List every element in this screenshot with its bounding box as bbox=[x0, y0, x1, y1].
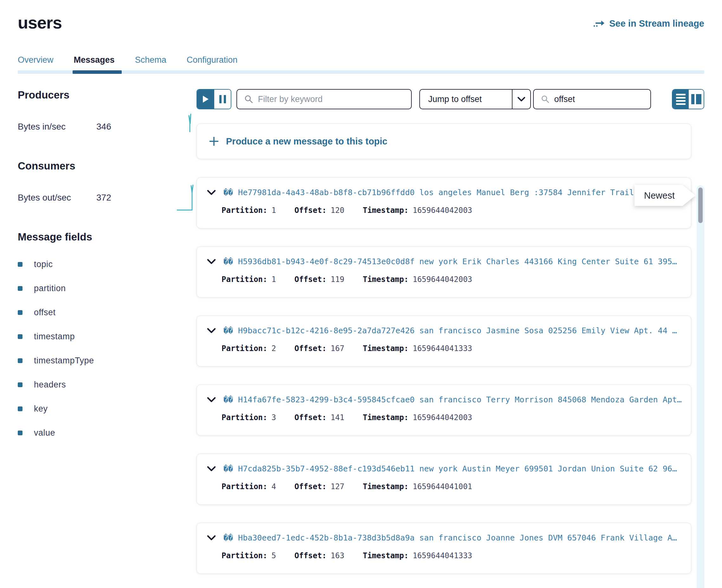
message-row[interactable]: �� H14fa67fe-5823-4299-b3c4-595845cfcae0… bbox=[197, 385, 691, 436]
message-meta: Partition:4 Offset:127 Timestamp:1659644… bbox=[222, 482, 681, 491]
newest-tooltip: Newest bbox=[635, 185, 695, 206]
field-item-topic[interactable]: topic bbox=[18, 259, 197, 269]
message-key-row: �� H9bacc71c-b12c-4216-8e95-2a7da727e426… bbox=[207, 326, 681, 335]
list-view-icon bbox=[676, 94, 685, 96]
split-view-button[interactable] bbox=[689, 90, 704, 109]
message-meta: Partition:3 Offset:141 Timestamp:1659644… bbox=[222, 413, 681, 422]
chevron-down-icon[interactable] bbox=[207, 259, 216, 265]
select-chevron-area[interactable] bbox=[512, 90, 530, 109]
partition-label: Partition: bbox=[222, 275, 268, 284]
chevron-down-icon[interactable] bbox=[207, 466, 216, 472]
timestamp-value: 1659644042003 bbox=[413, 413, 472, 422]
offset-label: Offset: bbox=[294, 413, 327, 422]
page-header: users See in Stream lineage bbox=[18, 0, 704, 32]
bytes-in-row: Bytes in/sec 346 bbox=[18, 113, 197, 140]
offset-label: Offset: bbox=[294, 206, 327, 215]
partition-label: Partition: bbox=[222, 482, 268, 491]
scrollbar-thumb[interactable] bbox=[698, 188, 703, 223]
field-bullet-icon bbox=[18, 406, 22, 411]
field-item-timestampType[interactable]: timestampType bbox=[18, 356, 197, 365]
topic-page: users See in Stream lineage Overview Mes… bbox=[0, 0, 722, 574]
list-view-button[interactable] bbox=[673, 90, 689, 109]
timestamp-value: 1659644042003 bbox=[413, 206, 472, 215]
field-item-key[interactable]: key bbox=[18, 404, 197, 414]
keyword-filter bbox=[236, 89, 412, 109]
field-item-partition[interactable]: partition bbox=[18, 284, 197, 293]
unknown-glyph: �� bbox=[224, 326, 233, 335]
bytes-in-sparkline-icon bbox=[184, 113, 195, 133]
field-item-value[interactable]: value bbox=[18, 428, 197, 438]
timestamp-value: 1659644041333 bbox=[413, 551, 472, 560]
message-key: Hba30eed7-1edc-452b-8b1a-738d3b5d8a9a sa… bbox=[238, 533, 677, 542]
chevron-down-icon[interactable] bbox=[207, 535, 216, 541]
message-row[interactable]: �� He77981da-4a43-48ab-b8f8-cb71b96ffdd0… bbox=[197, 177, 691, 228]
pause-button[interactable] bbox=[214, 90, 231, 109]
tab-bar: Overview Messages Schema Configuration bbox=[18, 55, 704, 74]
offset-search-input[interactable] bbox=[554, 94, 643, 104]
produce-message-button[interactable]: Produce a new message to this topic bbox=[197, 124, 691, 159]
message-row[interactable]: �� H7cda825b-35b7-4952-88ef-c193d546eb11… bbox=[197, 454, 691, 505]
timestamp-value: 1659644041001 bbox=[413, 482, 472, 491]
offset-label: Offset: bbox=[294, 275, 327, 284]
offset-label: Offset: bbox=[294, 482, 327, 491]
message-key: H5936db81-b943-4e0f-8c29-74513e0c0d8f ne… bbox=[238, 257, 677, 266]
newest-tooltip-label: Newest bbox=[644, 190, 675, 201]
field-label: timestamp bbox=[34, 332, 75, 341]
messages-panel: Jump to offset bbox=[197, 89, 704, 574]
field-item-offset[interactable]: offset bbox=[18, 308, 197, 317]
chevron-down-icon[interactable] bbox=[207, 328, 216, 334]
field-label: value bbox=[34, 428, 55, 438]
message-fields-heading: Message fields bbox=[18, 231, 197, 243]
partition-value: 1 bbox=[272, 275, 276, 284]
bytes-in-value: 346 bbox=[96, 122, 111, 132]
plus-icon bbox=[209, 136, 219, 146]
timestamp-label: Timestamp: bbox=[363, 482, 409, 491]
list-view-icon bbox=[676, 97, 685, 99]
bytes-out-label: Bytes out/sec bbox=[18, 193, 96, 203]
chevron-down-icon[interactable] bbox=[207, 397, 216, 403]
unknown-glyph: �� bbox=[224, 533, 233, 542]
timestamp-label: Timestamp: bbox=[363, 413, 409, 422]
offset-label: Offset: bbox=[294, 344, 327, 353]
message-key: He77981da-4a43-48ab-b8f8-cb71b96ffdd0 lo… bbox=[238, 188, 643, 197]
message-key: H7cda825b-35b7-4952-88ef-c193d546eb11 ne… bbox=[238, 464, 677, 473]
bytes-in-label: Bytes in/sec bbox=[18, 122, 96, 132]
split-view-icon bbox=[691, 94, 695, 104]
jump-to-offset-select[interactable]: Jump to offset bbox=[419, 89, 531, 109]
offset-value: 163 bbox=[331, 551, 344, 560]
field-label: partition bbox=[34, 284, 66, 293]
message-row[interactable]: �� H9bacc71c-b12c-4216-8e95-2a7da727e426… bbox=[197, 316, 691, 366]
field-bullet-icon bbox=[18, 310, 22, 315]
message-row[interactable]: �� Hba30eed7-1edc-452b-8b1a-738d3b5d8a9a… bbox=[197, 523, 691, 574]
timestamp-label: Timestamp: bbox=[363, 275, 409, 284]
offset-search bbox=[533, 89, 651, 109]
partition-value: 1 bbox=[272, 206, 276, 215]
keyword-filter-input[interactable] bbox=[258, 94, 404, 104]
message-row[interactable]: �� H5936db81-b943-4e0f-8c29-74513e0c0d8f… bbox=[197, 247, 691, 297]
field-item-headers[interactable]: headers bbox=[18, 380, 197, 390]
field-label: timestampType bbox=[34, 356, 94, 365]
tab-messages[interactable]: Messages bbox=[74, 55, 115, 74]
partition-label: Partition: bbox=[222, 551, 268, 560]
message-key-row: �� H5936db81-b943-4e0f-8c29-74513e0c0d8f… bbox=[207, 257, 681, 266]
timestamp-label: Timestamp: bbox=[363, 551, 409, 560]
partition-value: 2 bbox=[272, 344, 276, 353]
search-icon bbox=[541, 95, 549, 104]
bytes-out-sparkline-icon bbox=[176, 184, 195, 211]
stream-lineage-link[interactable]: See in Stream lineage bbox=[593, 18, 704, 29]
play-button[interactable] bbox=[197, 90, 214, 109]
stream-lineage-label: See in Stream lineage bbox=[609, 18, 704, 29]
field-item-timestamp[interactable]: timestamp bbox=[18, 332, 197, 341]
partition-label: Partition: bbox=[222, 206, 268, 215]
field-label: key bbox=[34, 404, 48, 414]
chevron-down-icon[interactable] bbox=[207, 190, 216, 195]
page-title: users bbox=[18, 13, 62, 32]
message-meta: Partition:1 Offset:120 Timestamp:1659644… bbox=[222, 206, 681, 215]
unknown-glyph: �� bbox=[224, 257, 233, 266]
message-meta: Partition:2 Offset:167 Timestamp:1659644… bbox=[222, 344, 681, 353]
tab-schema-label: Schema bbox=[135, 55, 166, 65]
message-key: H9bacc71c-b12c-4216-8e95-2a7da727e426 sa… bbox=[238, 326, 677, 335]
scrollbar-track[interactable] bbox=[697, 185, 704, 588]
view-mode-toggle bbox=[672, 89, 704, 109]
field-label: topic bbox=[34, 259, 53, 269]
